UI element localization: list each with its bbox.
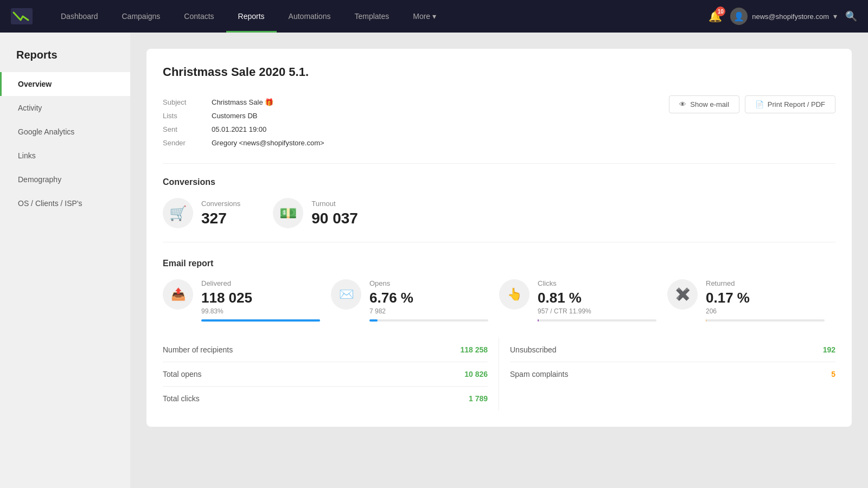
clicks-value: 0.81 %: [538, 290, 656, 306]
sidebar-item-google-analytics[interactable]: Google Analytics: [0, 120, 130, 144]
sidebar: Reports Overview Activity Google Analyti…: [0, 33, 130, 488]
returned-stat: ✖️ Returned 0.17 % 206: [667, 279, 835, 322]
clicks-label: Clicks: [538, 279, 656, 287]
sidebar-item-activity[interactable]: Activity: [0, 96, 130, 120]
search-icon[interactable]: 🔍: [845, 10, 857, 22]
sidebar-title: Reports: [0, 43, 130, 72]
returned-progress-track: [706, 319, 825, 322]
total-opens-row: Total opens 10 826: [163, 362, 488, 387]
nav-automations[interactable]: Automations: [277, 0, 343, 33]
meta-buttons: 👁 Show e-mail 📄 Print Report / PDF: [669, 95, 835, 113]
unsubscribed-row: Unsubscribed 192: [510, 338, 835, 362]
nav-right: 🔔 10 👤 news@shopifystore.com ▾ 🔍: [709, 8, 857, 25]
sent-label: Sent: [163, 123, 206, 136]
nav-templates[interactable]: Templates: [342, 0, 401, 33]
spam-row: Spam complaints 5: [510, 362, 835, 386]
delivered-sub: 99.83%: [201, 307, 320, 315]
eye-icon: 👁: [679, 100, 686, 108]
print-icon: 📄: [755, 100, 764, 108]
nav-reports[interactable]: Reports: [226, 0, 277, 33]
email-report-title: Email report: [163, 259, 835, 268]
nav-campaigns[interactable]: Campaigns: [110, 0, 173, 33]
avatar: 👤: [730, 8, 748, 25]
nav-more[interactable]: More ▾: [401, 0, 448, 33]
delivered-progress-fill: [201, 319, 320, 322]
email-stats-grid: 📤 Delivered 118 025 99.83% ✉️ Opens: [163, 279, 835, 322]
returned-label: Returned: [706, 279, 825, 287]
opens-progress-track: [369, 319, 488, 322]
returned-icon-circle: ✖️: [667, 279, 698, 310]
recipients-label: Number of recipients: [163, 345, 233, 354]
total-clicks-row: Total clicks 1 789: [163, 387, 488, 410]
summary-col-left: Number of recipients 118 258 Total opens…: [163, 338, 499, 410]
sender-label: Sender: [163, 136, 206, 150]
clicks-stat: 👆 Clicks 0.81 % 957 / CTR 11.99%: [499, 279, 667, 322]
notification-badge: 10: [716, 7, 725, 16]
conversions-title: Conversions: [163, 177, 835, 187]
subject-label: Subject: [163, 95, 206, 109]
recipients-row: Number of recipients 118 258: [163, 338, 488, 362]
print-report-button[interactable]: 📄 Print Report / PDF: [745, 95, 835, 113]
returned-sub: 206: [706, 307, 825, 315]
turnout-value: 90 037: [311, 210, 358, 227]
delivered-label: Delivered: [201, 279, 320, 287]
delivered-stat: 📤 Delivered 118 025 99.83%: [163, 279, 331, 322]
nav-items: Dashboard Campaigns Contacts Reports Aut…: [49, 0, 709, 33]
nav-dashboard[interactable]: Dashboard: [49, 0, 110, 33]
total-opens-label: Total opens: [163, 370, 202, 378]
opens-value: 6.76 %: [369, 290, 488, 306]
cart-icon-circle: 🛒: [163, 198, 193, 228]
user-menu[interactable]: 👤 news@shopifystore.com ▾: [730, 8, 837, 25]
conversions-grid: 🛒 Conversions 327 💵 Turnout 90 037: [163, 198, 835, 242]
delivered-value: 118 025: [201, 290, 320, 306]
conversions-value: 327: [201, 210, 240, 227]
lists-value: Customers DB: [206, 109, 324, 123]
clicks-progress-fill: [538, 319, 539, 322]
unsubscribed-value: 192: [823, 345, 835, 354]
meta-sender-row: Sender Gregory <news@shopifystore.com>: [163, 136, 324, 150]
meta-table: Subject Christmass Sale 🎁 Lists Customer…: [163, 95, 324, 150]
conversions-stat: 🛒 Conversions 327: [163, 198, 240, 228]
report-title: Christmass Sale 2020 5.1.: [163, 65, 835, 79]
sidebar-item-os-clients[interactable]: OS / Clients / ISP's: [0, 191, 130, 215]
opens-sub: 7 982: [369, 307, 488, 315]
meta-section: Subject Christmass Sale 🎁 Lists Customer…: [163, 95, 835, 164]
turnout-stat: 💵 Turnout 90 037: [273, 198, 358, 228]
subject-value: Christmass Sale 🎁: [206, 95, 324, 109]
turnout-label: Turnout: [311, 200, 358, 208]
opens-label: Opens: [369, 279, 488, 287]
sidebar-item-links[interactable]: Links: [0, 144, 130, 168]
clicks-icon-circle: 👆: [499, 279, 529, 310]
total-opens-value: 10 826: [464, 370, 488, 378]
sidebar-item-overview[interactable]: Overview: [0, 72, 130, 96]
delivered-progress-track: [201, 319, 320, 322]
spam-label: Spam complaints: [510, 370, 568, 378]
summary-col-right: Unsubscribed 192 Spam complaints 5: [499, 338, 835, 410]
sidebar-item-demography[interactable]: Demography: [0, 168, 130, 191]
money-icon-circle: 💵: [273, 198, 303, 228]
returned-value: 0.17 %: [706, 290, 825, 306]
clicks-progress-track: [538, 319, 656, 322]
sent-value: 05.01.2021 19:00: [206, 123, 324, 136]
conversions-label: Conversions: [201, 200, 240, 208]
total-clicks-value: 1 789: [469, 394, 488, 403]
clicks-sub: 957 / CTR 11.99%: [538, 307, 656, 315]
meta-subject-row: Subject Christmass Sale 🎁: [163, 95, 324, 109]
summary-grid: Number of recipients 118 258 Total opens…: [163, 338, 835, 410]
main-content: Christmass Sale 2020 5.1. Subject Christ…: [130, 33, 868, 488]
show-email-button[interactable]: 👁 Show e-mail: [669, 95, 739, 113]
lists-label: Lists: [163, 109, 206, 123]
unsubscribed-label: Unsubscribed: [510, 345, 557, 354]
opens-icon-circle: ✉️: [331, 279, 361, 310]
sender-value: Gregory <news@shopifystore.com>: [206, 136, 324, 150]
recipients-value: 118 258: [460, 345, 488, 354]
user-email: news@shopifystore.com: [752, 12, 829, 21]
notification-bell[interactable]: 🔔 10: [709, 10, 722, 23]
report-card: Christmass Sale 2020 5.1. Subject Christ…: [146, 49, 852, 427]
opens-stat: ✉️ Opens 6.76 % 7 982: [331, 279, 499, 322]
meta-lists-row: Lists Customers DB: [163, 109, 324, 123]
user-dropdown-icon: ▾: [833, 12, 837, 21]
meta-sent-row: Sent 05.01.2021 19:00: [163, 123, 324, 136]
nav-contacts[interactable]: Contacts: [172, 0, 226, 33]
app-logo[interactable]: [11, 8, 33, 24]
